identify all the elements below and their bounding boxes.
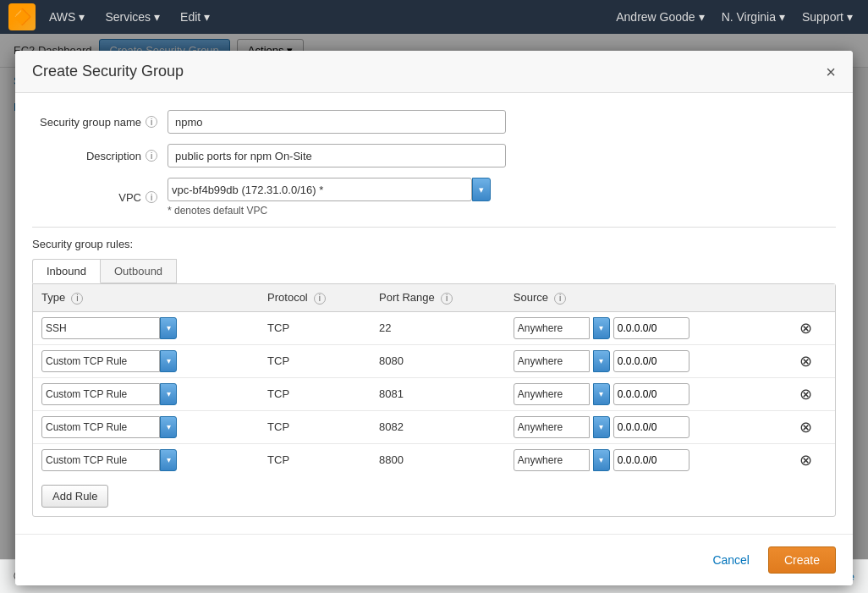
info-icon[interactable]: i bbox=[146, 150, 157, 162]
type-select-arrow[interactable]: ▾ bbox=[160, 350, 177, 372]
type-select-arrow[interactable]: ▾ bbox=[160, 416, 177, 438]
delete-row-button[interactable]: ⊗ bbox=[799, 418, 812, 437]
tabs: Inbound Outbound bbox=[32, 259, 836, 283]
vpc-select[interactable]: vpc-bf4b99db (172.31.0.0/16) * bbox=[168, 178, 472, 201]
protocol-cell: TCP bbox=[259, 377, 371, 410]
source-select-arrow[interactable]: ▾ bbox=[593, 449, 610, 471]
info-icon[interactable]: i bbox=[554, 293, 566, 305]
source-ip-input[interactable] bbox=[613, 449, 689, 471]
source-ip-input[interactable] bbox=[613, 317, 689, 339]
table-row: Custom TCP Rule ▾ TCP8082 Anywhere ▾ ⊗ bbox=[33, 410, 835, 443]
navbar-user[interactable]: Andrew Goode ▾ bbox=[609, 7, 711, 27]
type-select-arrow[interactable]: ▾ bbox=[160, 449, 177, 471]
create-button[interactable]: Create bbox=[768, 546, 836, 574]
source-cell: Anywhere ▾ bbox=[505, 410, 791, 443]
source-ip-input[interactable] bbox=[613, 383, 689, 405]
vpc-select-arrow-btn[interactable]: ▾ bbox=[472, 178, 491, 201]
create-security-group-modal: Create Security Group × Security group n… bbox=[15, 51, 853, 585]
navbar-services[interactable]: Services ▾ bbox=[98, 7, 167, 27]
security-group-rules-label: Security group rules: bbox=[32, 238, 836, 250]
security-group-name-field bbox=[168, 110, 836, 134]
source-type-select[interactable]: Anywhere bbox=[514, 449, 590, 471]
navbar-support[interactable]: Support ▾ bbox=[795, 7, 860, 27]
rules-table: Type i Protocol i Port Range i Source i bbox=[33, 284, 835, 476]
section-divider bbox=[32, 227, 836, 228]
type-cell: Custom TCP Rule ▾ bbox=[33, 344, 259, 377]
chevron-down-icon: ▾ bbox=[699, 10, 705, 24]
type-select-arrow[interactable]: ▾ bbox=[160, 317, 177, 339]
type-select[interactable]: Custom TCP Rule bbox=[41, 383, 160, 405]
type-select-wrap: SSH ▾ bbox=[41, 317, 250, 339]
cancel-button[interactable]: Cancel bbox=[702, 548, 760, 572]
type-select-arrow[interactable]: ▾ bbox=[160, 383, 177, 405]
modal-body: Security group name i Description i bbox=[15, 93, 853, 534]
source-ip-input[interactable] bbox=[613, 350, 689, 372]
source-wrap: Anywhere ▾ bbox=[514, 317, 783, 339]
delete-row-button[interactable]: ⊗ bbox=[799, 385, 812, 404]
table-row: SSH ▾ TCP22 Anywhere ▾ ⊗ bbox=[33, 311, 835, 344]
port-range-cell: 8081 bbox=[371, 377, 505, 410]
source-select-arrow[interactable]: ▾ bbox=[593, 416, 610, 438]
navbar-aws[interactable]: AWS ▾ bbox=[42, 7, 91, 27]
delete-cell: ⊗ bbox=[791, 443, 835, 476]
type-cell: Custom TCP Rule ▾ bbox=[33, 443, 259, 476]
delete-cell: ⊗ bbox=[791, 344, 835, 377]
source-type-select[interactable]: Anywhere bbox=[514, 350, 590, 372]
security-group-name-row: Security group name i bbox=[32, 110, 836, 134]
source-select-arrow[interactable]: ▾ bbox=[593, 317, 610, 339]
source-wrap: Anywhere ▾ bbox=[514, 416, 783, 438]
chevron-down-icon: ▾ bbox=[779, 10, 785, 24]
type-select[interactable]: Custom TCP Rule bbox=[41, 416, 160, 438]
source-type-select[interactable]: Anywhere bbox=[514, 383, 590, 405]
protocol-cell: TCP bbox=[259, 443, 371, 476]
tab-content: Type i Protocol i Port Range i Source i bbox=[32, 283, 836, 517]
description-row: Description i bbox=[32, 144, 836, 167]
info-icon[interactable]: i bbox=[441, 293, 453, 305]
col-delete bbox=[791, 284, 835, 311]
tab-outbound[interactable]: Outbound bbox=[100, 259, 177, 283]
protocol-cell: TCP bbox=[259, 344, 371, 377]
source-select-arrow[interactable]: ▾ bbox=[593, 383, 610, 405]
protocol-cell: TCP bbox=[259, 410, 371, 443]
page-background: EC2 Dashboard Create Security Group Acti… bbox=[0, 34, 868, 593]
source-type-select[interactable]: Anywhere bbox=[514, 317, 590, 339]
modal-header: Create Security Group × bbox=[15, 51, 853, 93]
source-ip-input[interactable] bbox=[613, 416, 689, 438]
info-icon[interactable]: i bbox=[314, 293, 326, 305]
chevron-down-icon: ▾ bbox=[847, 10, 853, 24]
vpc-select-wrap: vpc-bf4b99db (172.31.0.0/16) * ▾ bbox=[168, 178, 836, 201]
description-input[interactable] bbox=[168, 144, 506, 167]
rules-table-body: SSH ▾ TCP22 Anywhere ▾ ⊗ Custom TCP Rule… bbox=[33, 311, 835, 476]
type-select-wrap: Custom TCP Rule ▾ bbox=[41, 350, 250, 372]
navbar-right: Andrew Goode ▾ N. Virginia ▾ Support ▾ bbox=[609, 7, 860, 27]
navbar-region[interactable]: N. Virginia ▾ bbox=[715, 7, 792, 27]
navbar-edit[interactable]: Edit ▾ bbox=[173, 7, 217, 27]
security-group-name-input[interactable] bbox=[168, 110, 506, 134]
type-select[interactable]: Custom TCP Rule bbox=[41, 449, 160, 471]
info-icon[interactable]: i bbox=[146, 116, 157, 128]
source-select-arrow[interactable]: ▾ bbox=[593, 350, 610, 372]
vpc-hint: * denotes default VPC bbox=[168, 205, 836, 217]
add-rule-button[interactable]: Add Rule bbox=[41, 485, 108, 508]
aws-logo: 🔶 bbox=[8, 3, 36, 30]
delete-row-button[interactable]: ⊗ bbox=[799, 319, 812, 338]
type-cell: Custom TCP Rule ▾ bbox=[33, 377, 259, 410]
source-type-select[interactable]: Anywhere bbox=[514, 416, 590, 438]
description-field bbox=[168, 144, 836, 167]
chevron-down-icon: ▾ bbox=[79, 10, 85, 24]
delete-row-button[interactable]: ⊗ bbox=[799, 451, 812, 469]
modal-close-button[interactable]: × bbox=[826, 63, 836, 80]
type-select[interactable]: Custom TCP Rule bbox=[41, 350, 160, 372]
type-select[interactable]: SSH bbox=[41, 317, 160, 339]
info-icon[interactable]: i bbox=[71, 293, 83, 305]
delete-row-button[interactable]: ⊗ bbox=[799, 352, 812, 371]
col-port-range: Port Range i bbox=[371, 284, 505, 311]
col-protocol: Protocol i bbox=[259, 284, 371, 311]
table-row: Custom TCP Rule ▾ TCP8800 Anywhere ▾ ⊗ bbox=[33, 443, 835, 476]
delete-cell: ⊗ bbox=[791, 377, 835, 410]
modal-footer: Cancel Create bbox=[15, 534, 853, 585]
info-icon[interactable]: i bbox=[146, 191, 157, 203]
navbar: 🔶 AWS ▾ Services ▾ Edit ▾ Andrew Goode ▾… bbox=[0, 0, 868, 34]
type-select-wrap: Custom TCP Rule ▾ bbox=[41, 383, 250, 405]
tab-inbound[interactable]: Inbound bbox=[32, 259, 101, 283]
